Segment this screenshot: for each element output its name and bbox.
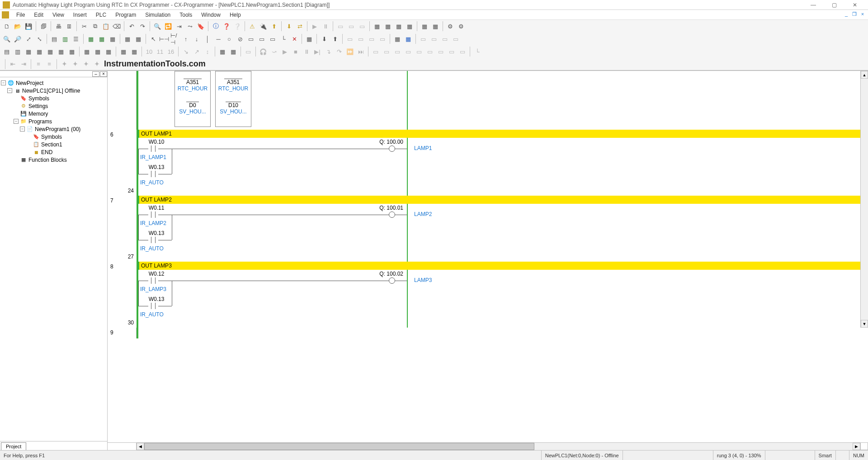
rung7-coil[interactable] [389, 211, 395, 218]
select-icon[interactable]: ↖ [148, 34, 158, 44]
indent-right-icon[interactable]: ⇥ [19, 59, 28, 69]
contact-nc-icon[interactable]: ⊢/⊣ [170, 34, 180, 44]
delete-line-icon[interactable]: ✕ [289, 34, 299, 44]
mdi-minimize-icon[interactable]: _ [843, 11, 850, 17]
view-a-icon[interactable]: ▦ [86, 34, 96, 44]
online-icon[interactable]: ⚠ [247, 21, 257, 31]
zoom-fit-icon[interactable]: ⤢ [24, 34, 33, 44]
align3-icon[interactable]: ▭ [392, 47, 402, 56]
trace-b-icon[interactable]: ▦ [403, 34, 413, 44]
print-icon[interactable]: 🖶 [53, 21, 63, 31]
rung6-contact2[interactable] [148, 171, 158, 177]
misc3-icon[interactable]: ✦ [81, 59, 91, 69]
rung7-contact1[interactable] [148, 211, 158, 218]
tree-section1[interactable]: Section1 [41, 141, 62, 148]
zoom-100-icon[interactable]: ⤡ [34, 34, 44, 44]
work-online-icon[interactable]: 🔌 [258, 21, 268, 31]
force-cancel-icon[interactable]: ▭ [367, 34, 377, 44]
force-all-icon[interactable]: ▭ [377, 34, 387, 44]
menu-program[interactable]: Program [111, 11, 141, 19]
save-icon[interactable]: 💾 [24, 21, 33, 31]
rung6-contact1[interactable] [148, 146, 158, 152]
run-icon[interactable]: ▶ [310, 21, 320, 31]
menu-window[interactable]: Window [197, 11, 225, 19]
scan16-icon[interactable]: 16 [166, 47, 176, 56]
sim2-icon[interactable]: ▦ [228, 47, 238, 56]
compile-icon[interactable]: ▦ [304, 34, 314, 44]
align8-icon[interactable]: ▭ [447, 47, 457, 56]
horizontal-icon[interactable]: ─ [213, 34, 223, 44]
window2-icon[interactable]: ▦ [383, 21, 393, 31]
sim3-icon[interactable]: ▭ [243, 47, 253, 56]
tree-symbols[interactable]: Symbols [28, 95, 49, 102]
win6-icon[interactable]: ▦ [56, 47, 66, 56]
tree-programs[interactable]: Programs [28, 118, 52, 125]
align-left-icon[interactable]: ≡ [33, 59, 43, 69]
scroll-down-icon[interactable]: ▼ [861, 320, 868, 328]
arrow2-icon[interactable]: ↗ [192, 47, 202, 56]
scan10-icon[interactable]: 10 [144, 47, 154, 56]
find-icon[interactable]: 🔍 [152, 21, 162, 31]
tree-plc[interactable]: NewPLC1[CP1L] Offline [22, 88, 80, 94]
vertical-icon[interactable]: │ [203, 34, 212, 44]
mdi-restore-icon[interactable]: ❐ [851, 11, 858, 17]
menu-simulation[interactable]: Simulation [141, 11, 175, 19]
context-help-icon[interactable]: ❔ [232, 21, 242, 31]
win9-icon[interactable]: ▦ [93, 47, 103, 56]
minimize-button[interactable]: — [803, 0, 824, 10]
force-off-icon[interactable]: ▭ [356, 34, 366, 44]
cut-icon[interactable]: ✂ [79, 21, 89, 31]
scroll-thumb[interactable] [144, 443, 534, 450]
menu-view[interactable]: View [48, 11, 69, 19]
monitor2-icon[interactable]: ▭ [346, 21, 356, 31]
menu-tools[interactable]: Tools [175, 11, 197, 19]
debug-pause-icon[interactable]: ⏸ [302, 47, 311, 56]
contact-no-icon[interactable]: ⊢⊣ [159, 34, 169, 44]
win7-icon[interactable]: ▦ [67, 47, 77, 56]
print-setup-icon[interactable]: 🗏 [64, 21, 74, 31]
win8-icon[interactable]: ▦ [82, 47, 92, 56]
horizontal-scrollbar[interactable]: ◀ ▶ [108, 442, 868, 450]
scroll-up-icon[interactable]: ▲ [861, 71, 868, 79]
transfer-to-icon[interactable]: ⬆ [269, 21, 279, 31]
indent-left-icon[interactable]: ⇤ [8, 59, 18, 69]
trace-d-icon[interactable]: ▭ [429, 34, 439, 44]
debug-headphones-icon[interactable]: 🎧 [258, 47, 268, 56]
misc1-icon[interactable]: ✦ [59, 59, 69, 69]
zoom-out-icon[interactable]: 🔎 [13, 34, 23, 44]
align5-icon[interactable]: ▭ [414, 47, 424, 56]
info-icon[interactable]: ⓘ [211, 21, 221, 31]
debug-ff-icon[interactable]: ⏩ [345, 47, 355, 56]
tree-memory[interactable]: Memory [28, 111, 48, 117]
window3-icon[interactable]: ▦ [394, 21, 404, 31]
cascade-icon[interactable]: ▦ [24, 47, 33, 56]
debug-step-icon[interactable]: ⤻ [269, 47, 279, 56]
undo-icon[interactable]: ↶ [127, 21, 137, 31]
coil-neg-icon[interactable]: ⊘ [235, 34, 245, 44]
align4-icon[interactable]: ▭ [403, 47, 413, 56]
mdi-close-icon[interactable]: × [859, 11, 866, 17]
line-up-icon[interactable]: └ [278, 34, 288, 44]
align9-icon[interactable]: ▭ [458, 47, 467, 56]
debug-end-icon[interactable]: ⏭ [356, 47, 366, 56]
rung8-contact1[interactable] [148, 277, 158, 284]
zoom-in-icon[interactable]: 🔍 [2, 34, 12, 44]
rung6-coil[interactable] [389, 146, 395, 152]
view-ladder-icon[interactable]: ▤ [49, 34, 59, 44]
rung8-contact2[interactable] [148, 303, 158, 309]
align6-icon[interactable]: ▭ [425, 47, 435, 56]
sim1-icon[interactable]: ▦ [217, 47, 227, 56]
monitor1-icon[interactable]: ▭ [335, 21, 345, 31]
tree-p-symbols[interactable]: Symbols [41, 134, 62, 140]
compare-icon[interactable]: ⇄ [295, 21, 305, 31]
contact-rising-icon[interactable]: ↑ [181, 34, 191, 44]
trace-c-icon[interactable]: ▭ [418, 34, 428, 44]
scan11-icon[interactable]: 11 [155, 47, 165, 56]
transfer-from-icon[interactable]: ⬇ [284, 21, 294, 31]
tree-root[interactable]: NewProject [16, 80, 43, 86]
pause-icon[interactable]: ⏸ [321, 21, 330, 31]
align-right-icon[interactable]: ≡ [44, 59, 54, 69]
debug-play-icon[interactable]: ▶ [280, 47, 290, 56]
tree-program1[interactable]: NewProgram1 (00) [35, 126, 80, 132]
window6-icon[interactable]: ▦ [430, 21, 440, 31]
